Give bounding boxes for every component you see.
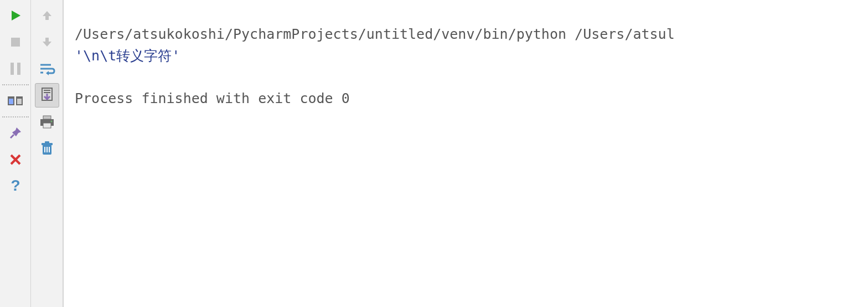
output-line: '\n\t转义字符' [75,48,180,64]
pin-button[interactable] [3,121,28,145]
up-arrow-icon [41,9,53,22]
svg-rect-0 [11,38,20,47]
run-toolbar-secondary [31,0,63,307]
previous-button[interactable] [35,3,59,28]
print-icon [39,115,55,129]
clear-all-button[interactable] [35,136,59,161]
svg-text:?: ? [11,178,20,194]
svg-rect-1 [11,63,14,75]
scroll-to-end-icon [40,88,54,103]
layout-icon [7,95,24,107]
svg-rect-20 [45,141,49,144]
scroll-to-end-button[interactable] [35,83,59,108]
command-line: /Users/atsukokoshi/PycharmProjects/untit… [75,26,675,42]
pause-icon [9,62,22,76]
svg-rect-14 [43,116,51,119]
separator [2,84,29,85]
help-icon: ? [10,178,21,194]
soft-wrap-icon [39,62,55,75]
help-button[interactable]: ? [3,174,28,198]
svg-rect-16 [43,123,51,128]
soft-wrap-button[interactable] [35,57,59,81]
svg-point-17 [50,121,52,122]
clear-all-icon [40,141,54,156]
close-icon [9,154,22,166]
console-output[interactable]: /Users/atsukokoshi/PycharmProjects/untit… [63,0,868,307]
pin-icon [9,126,22,140]
run-toolbar-primary: ? [0,0,31,307]
restore-layout-button[interactable] [3,89,28,113]
run-icon [9,9,22,22]
next-button[interactable] [35,30,59,54]
svg-rect-2 [17,63,20,75]
svg-rect-4 [9,99,13,104]
exit-status-line: Process finished with exit code 0 [75,90,350,106]
close-button[interactable] [3,147,28,172]
pause-button[interactable] [3,57,28,81]
separator [2,116,29,117]
stop-icon [9,36,22,48]
svg-line-7 [11,135,14,138]
rerun-button[interactable] [3,3,28,28]
down-arrow-icon [41,36,53,48]
print-button[interactable] [35,110,59,134]
svg-rect-6 [17,99,22,104]
stop-button[interactable] [3,30,28,54]
